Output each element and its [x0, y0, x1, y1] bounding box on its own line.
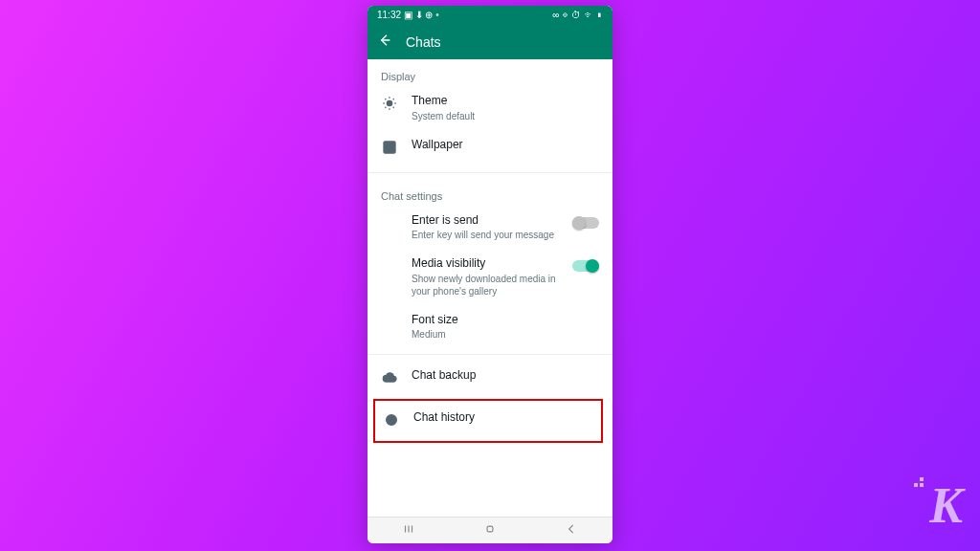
- settings-list[interactable]: Display Theme System default: [368, 59, 612, 517]
- app-bar: Chats: [368, 25, 612, 59]
- font-size-row[interactable]: Font size Medium: [368, 305, 612, 349]
- theme-title: Theme: [412, 94, 599, 109]
- status-bar: 11:32 ▣ ⬇ ⊕ • ∞ ◎ ⏱ ᯤ ▮: [368, 6, 612, 25]
- phone-frame: 11:32 ▣ ⬇ ⊕ • ∞ ◎ ⏱ ᯤ ▮ Chats Display: [368, 6, 612, 543]
- svg-point-2: [387, 144, 389, 146]
- enter-is-send-toggle[interactable]: [572, 217, 599, 229]
- chat-history-row[interactable]: Chat history: [373, 399, 603, 443]
- svg-point-0: [387, 100, 391, 105]
- status-time: 11:32: [377, 10, 401, 20]
- recents-button[interactable]: [402, 522, 415, 539]
- cloud-upload-icon: [382, 370, 397, 389]
- theme-row[interactable]: Theme System default: [368, 86, 612, 130]
- back-button[interactable]: [565, 522, 578, 539]
- history-icon: [384, 412, 399, 431]
- media-visibility-subtitle: Show newly downloaded media in your phon…: [412, 273, 559, 298]
- back-icon[interactable]: [377, 33, 392, 52]
- android-nav-bar: [368, 517, 612, 543]
- status-right-icons: ∞ ◎ ⏱ ᯤ ▮: [552, 10, 603, 20]
- wallpaper-icon: [382, 140, 397, 159]
- section-display-label: Display: [368, 59, 612, 86]
- theme-subtitle: System default: [412, 110, 599, 122]
- section-chat-settings-label: Chat settings: [368, 179, 612, 206]
- enter-is-send-subtitle: Enter key will send your message: [412, 229, 559, 241]
- enter-is-send-title: Enter is send: [412, 213, 559, 229]
- media-visibility-row[interactable]: Media visibility Show newly downloaded m…: [368, 249, 612, 305]
- theme-icon: [382, 96, 397, 115]
- chat-history-title: Chat history: [413, 410, 593, 426]
- chat-backup-title: Chat backup: [412, 368, 599, 384]
- wallpaper-title: Wallpaper: [412, 138, 599, 153]
- media-visibility-title: Media visibility: [412, 256, 559, 272]
- font-size-title: Font size: [412, 313, 599, 328]
- home-button[interactable]: [483, 522, 497, 539]
- divider: [368, 354, 612, 355]
- media-visibility-toggle[interactable]: [572, 260, 599, 272]
- divider: [368, 172, 612, 173]
- watermark-logo: K: [914, 477, 963, 534]
- chat-backup-row[interactable]: Chat backup: [368, 361, 612, 397]
- wallpaper-row[interactable]: Wallpaper: [368, 130, 612, 166]
- enter-is-send-row[interactable]: Enter is send Enter key will send your m…: [368, 206, 612, 250]
- page-title: Chats: [406, 34, 441, 50]
- status-left-icons: ▣ ⬇ ⊕: [404, 10, 434, 20]
- svg-rect-4: [487, 526, 493, 532]
- font-size-subtitle: Medium: [412, 328, 599, 341]
